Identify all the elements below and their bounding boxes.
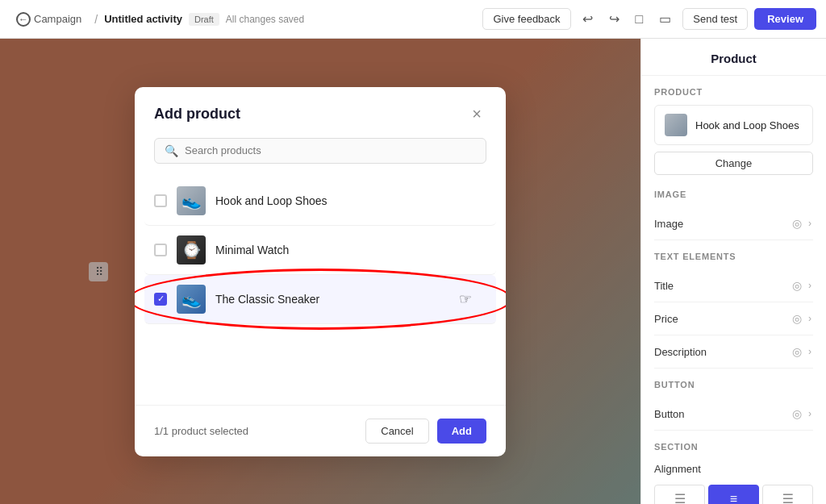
description-row: Description ◎ › — [654, 335, 813, 369]
checkmark-icon: ✓ — [157, 294, 165, 303]
title-expand-button[interactable]: › — [807, 278, 813, 293]
title-visibility-button[interactable]: ◎ — [791, 277, 803, 294]
image-visibility-button[interactable]: ◎ — [791, 215, 803, 231]
footer-actions: Cancel Add — [365, 419, 486, 444]
product-row[interactable]: ⌚ Minimal Watch — [144, 226, 496, 275]
campaign-button[interactable]: ← Campaign — [10, 9, 88, 30]
undo-button[interactable]: ↩ — [578, 8, 598, 30]
search-input[interactable] — [185, 144, 476, 156]
price-expand-button[interactable]: › — [807, 311, 813, 326]
product-section: PRODUCT Hook and Loop Shoes Change — [641, 76, 826, 178]
product-row[interactable]: 👟 Hook and Loop Shoes — [144, 177, 496, 226]
price-row: Price ◎ › — [654, 302, 813, 335]
product-section-label: PRODUCT — [654, 87, 813, 97]
text-elements-section: TEXT ELEMENTS Title ◎ › Price ◎ › Descri… — [641, 240, 826, 369]
description-expand-button[interactable]: › — [807, 344, 813, 359]
back-icon: ← — [16, 12, 31, 27]
button-expand-button[interactable]: › — [807, 406, 813, 421]
image-row-label: Image — [654, 218, 683, 230]
product-thumb-icon: ⌚ — [181, 240, 202, 260]
image-section: IMAGE Image ◎ › — [641, 178, 826, 240]
image-row: Image ◎ › — [654, 207, 813, 240]
title-row-label: Title — [654, 280, 674, 292]
align-left-button[interactable]: ☰ — [654, 485, 705, 504]
price-row-actions: ◎ › — [791, 310, 813, 327]
product-thumbnail: ⌚ — [177, 235, 206, 264]
topbar-left: ← Campaign / Untitled activity Draft All… — [10, 9, 476, 30]
product-thumbnail: 👟 — [177, 285, 206, 314]
panel-title: Product — [641, 39, 826, 76]
description-row-label: Description — [654, 346, 707, 358]
price-row-label: Price — [654, 313, 678, 325]
search-icon: 🔍 — [165, 144, 178, 157]
topbar: ← Campaign / Untitled activity Draft All… — [0, 0, 826, 39]
give-feedback-button[interactable]: Give feedback — [482, 8, 570, 30]
product-name: Hook and Loop Shoes — [215, 194, 486, 207]
current-product-card: Hook and Loop Shoes — [654, 105, 813, 145]
dialog-search-area: 🔍 — [135, 138, 506, 177]
product-row-selected[interactable]: ✓ 👟 The Classic Sneaker ☞ — [144, 275, 496, 324]
button-section: BUTTON Button ◎ › — [641, 369, 826, 431]
price-visibility-button[interactable]: ◎ — [791, 310, 803, 327]
product-list: 👟 Hook and Loop Shoes ⌚ Minimal Watch — [135, 177, 506, 405]
button-row: Button ◎ › — [654, 398, 813, 431]
main-layout: ⠿ Add product × 🔍 — [0, 39, 826, 504]
search-wrap: 🔍 — [154, 138, 486, 164]
activity-name: Untitled activity — [104, 13, 182, 25]
button-section-label: BUTTON — [654, 380, 813, 389]
cursor-icon: ☞ — [459, 290, 472, 308]
selected-count: 1/1 product selected — [154, 425, 248, 437]
product-card-name: Hook and Loop Shoes — [695, 119, 803, 131]
product-checkbox-empty — [154, 244, 167, 256]
product-checkbox-checked: ✓ — [154, 293, 167, 306]
right-panel: Product PRODUCT Hook and Loop Shoes Chan… — [640, 39, 826, 504]
product-thumb-icon: 👟 — [181, 289, 202, 309]
dialog-footer: 1/1 product selected Cancel Add — [135, 405, 506, 456]
mobile-view-button[interactable]: □ — [631, 9, 649, 30]
description-row-actions: ◎ › — [791, 344, 813, 360]
add-product-dialog: Add product × 🔍 👟 — [135, 87, 506, 456]
product-checkbox-empty — [154, 194, 167, 207]
image-section-label: IMAGE — [654, 190, 813, 199]
cancel-button[interactable]: Cancel — [365, 419, 428, 444]
button-row-actions: ◎ › — [791, 406, 813, 422]
dialog-close-button[interactable]: × — [467, 103, 486, 125]
alignment-group: ☰ ≡ ☰ — [654, 485, 813, 504]
product-name: Minimal Watch — [215, 244, 486, 256]
product-name: The Classic Sneaker — [215, 293, 486, 306]
draft-badge: Draft — [189, 13, 219, 26]
section-section: SECTION Alignment ☰ ≡ ☰ — [641, 431, 826, 504]
dialog-title: Add product — [154, 106, 240, 123]
dialog-spacer — [144, 324, 496, 405]
image-expand-button[interactable]: › — [807, 216, 813, 231]
breadcrumb-sep: / — [94, 13, 98, 26]
align-right-button[interactable]: ☰ — [762, 485, 813, 504]
description-visibility-button[interactable]: ◎ — [791, 344, 803, 360]
text-elements-label: TEXT ELEMENTS — [654, 252, 813, 261]
desktop-view-button[interactable]: ▭ — [654, 8, 676, 30]
canvas-area: ⠿ Add product × 🔍 — [0, 39, 640, 504]
button-visibility-button[interactable]: ◎ — [791, 406, 803, 422]
change-product-button[interactable]: Change — [654, 152, 813, 175]
title-row-actions: ◎ › — [791, 277, 813, 294]
section-label: SECTION — [654, 442, 813, 452]
product-thumbnail: 👟 — [177, 186, 206, 215]
dialog-header: Add product × — [135, 87, 506, 138]
saved-status: All changes saved — [226, 14, 304, 25]
send-test-button[interactable]: Send test — [682, 8, 748, 30]
image-row-actions: ◎ › — [791, 215, 813, 231]
redo-button[interactable]: ↪ — [604, 8, 624, 30]
topbar-center: Give feedback ↩ ↪ □ ▭ Send test Review — [482, 8, 816, 30]
align-center-button[interactable]: ≡ — [708, 485, 759, 504]
button-row-label: Button — [654, 408, 685, 420]
dialog-overlay: Add product × 🔍 👟 — [0, 39, 640, 504]
alignment-label: Alignment — [654, 463, 701, 475]
product-thumb-icon: 👟 — [181, 191, 202, 210]
product-card-thumb — [665, 114, 687, 136]
add-button[interactable]: Add — [437, 419, 486, 444]
review-button[interactable]: Review — [754, 8, 816, 30]
campaign-label: Campaign — [34, 13, 81, 25]
title-row: Title ◎ › — [654, 269, 813, 302]
